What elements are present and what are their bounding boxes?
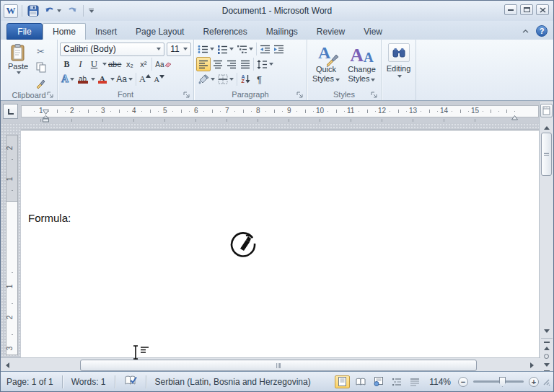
ruler-tick (265, 111, 266, 112)
ruler-bottom-tick (227, 119, 227, 122)
zoom-level[interactable]: 114% (425, 377, 455, 387)
font-size-caret (183, 48, 188, 50)
group-clipboard: Paste ✂ (1, 40, 58, 100)
quick-styles-button[interactable]: A Quick Styles (309, 41, 343, 89)
clear-formatting-button[interactable]: Aa (154, 57, 172, 71)
styles-group-label: Styles (309, 89, 379, 100)
highlight-color-button[interactable]: ab (76, 72, 89, 86)
tab-references[interactable]: References (193, 23, 256, 40)
align-center-button[interactable] (211, 57, 224, 71)
font-dialog-launcher[interactable] (183, 91, 190, 99)
decrease-indent-button[interactable] (258, 42, 272, 56)
styles-dialog-launcher[interactable] (370, 91, 378, 99)
underline-button[interactable]: U (87, 57, 101, 71)
tab-file[interactable]: File (6, 23, 43, 40)
view-fullscreen-reading-button[interactable] (353, 375, 368, 388)
scroll-up-button[interactable] (540, 122, 553, 133)
numbering-button[interactable] (216, 42, 235, 56)
bold-button[interactable]: B (60, 57, 74, 71)
ruler-bottom-tick (133, 119, 134, 122)
view-print-layout-button[interactable] (335, 375, 350, 388)
quick-styles-caret (335, 79, 340, 81)
tab-stop-selector[interactable] (3, 104, 18, 119)
line-spacing-button[interactable] (255, 57, 275, 71)
borders-button[interactable] (216, 72, 235, 86)
italic-button[interactable]: I (74, 57, 87, 71)
ruler-tick (468, 111, 469, 112)
tab-page-layout[interactable]: Page Layout (126, 23, 193, 40)
bullets-button[interactable] (196, 42, 216, 56)
tab-insert[interactable]: Insert (86, 23, 126, 40)
paste-button[interactable]: Paste (2, 41, 34, 90)
close-button[interactable] (536, 4, 549, 15)
page-indicator[interactable]: Page: 1 of 1 (1, 377, 56, 387)
vertical-scroll-thumb[interactable] (541, 133, 552, 176)
sort-button[interactable]: A Z (239, 72, 252, 86)
select-browse-object-button[interactable] (540, 351, 553, 362)
undo-button[interactable] (43, 4, 63, 18)
minimize-ribbon-icon[interactable] (522, 30, 529, 33)
format-painter-icon (35, 78, 46, 89)
strikethrough-button[interactable]: abe (107, 57, 123, 71)
view-outline-button[interactable] (389, 375, 404, 388)
zoom-slider-track[interactable] (473, 380, 524, 383)
tab-mailings[interactable]: Mailings (257, 23, 307, 40)
align-left-button[interactable] (196, 57, 211, 71)
minimize-button[interactable] (504, 4, 517, 15)
change-styles-button[interactable]: A A Change Styles (345, 41, 379, 89)
customize-qat-button[interactable] (87, 4, 95, 18)
increase-indent-button[interactable] (272, 42, 286, 56)
editing-button[interactable]: Editing (383, 41, 414, 100)
format-painter-button[interactable] (34, 76, 48, 90)
font-size-combo[interactable]: 11 (167, 43, 191, 56)
zoom-slider-thumb[interactable] (499, 377, 506, 387)
first-line-indent-marker[interactable] (43, 110, 49, 115)
word-logo-icon[interactable]: W (4, 4, 18, 18)
scroll-down-button[interactable] (540, 326, 553, 337)
view-draft-button[interactable] (407, 375, 422, 388)
copy-button[interactable] (34, 60, 48, 74)
zoom-out-button[interactable]: − (458, 377, 468, 387)
scroll-left-button[interactable] (1, 360, 14, 371)
ruler-bottom-tick (40, 119, 41, 122)
previous-page-button[interactable] (540, 340, 553, 351)
font-color-button[interactable]: A (95, 72, 109, 86)
horizontal-ruler[interactable]: 123456789101112131415 (21, 105, 539, 117)
show-hide-pilcrow-button[interactable]: ¶ (252, 72, 266, 86)
tab-home[interactable]: Home (43, 23, 86, 40)
zoom-in-button[interactable]: + (529, 377, 539, 387)
language-indicator[interactable]: Serbian (Latin, Bosnia and Herzegovina) (152, 377, 314, 387)
vertical-ruler[interactable]: 21 1234 (6, 135, 18, 355)
redo-button[interactable] (65, 4, 79, 18)
separator (151, 58, 152, 71)
tab-view[interactable]: View (354, 23, 392, 40)
align-right-button[interactable] (224, 57, 238, 71)
superscript-button[interactable]: x² (136, 57, 150, 71)
change-case-button[interactable]: Aa (115, 72, 134, 86)
word-count[interactable]: Words: 1 (69, 377, 109, 387)
ruler-bottom-tick (382, 119, 382, 122)
text-effects-button[interactable]: A (60, 72, 76, 86)
cut-button[interactable]: ✂ (34, 44, 48, 58)
proofing-status[interactable] (121, 375, 140, 388)
font-size-value: 11 (170, 44, 179, 54)
grow-font-button[interactable]: A (138, 72, 152, 86)
subscript-button[interactable]: x₂ (123, 57, 136, 71)
clipboard-dialog-launcher[interactable] (46, 91, 54, 99)
tab-review[interactable]: Review (307, 23, 354, 40)
pen-circle-overlay-icon (229, 229, 258, 258)
paragraph-dialog-launcher[interactable] (296, 91, 304, 99)
maximize-button[interactable] (520, 4, 533, 15)
help-button[interactable]: ? (536, 25, 548, 37)
save-button[interactable] (26, 4, 40, 18)
shading-button[interactable] (196, 72, 216, 86)
view-ruler-toggle-button[interactable] (540, 104, 553, 117)
font-name-combo[interactable]: Calibri (Body) (60, 43, 164, 56)
view-web-layout-button[interactable] (371, 375, 386, 388)
shrink-font-button[interactable]: A (152, 72, 166, 86)
multilevel-list-button[interactable] (235, 42, 255, 56)
justify-button[interactable] (238, 57, 252, 71)
document-page[interactable]: Formula: (21, 130, 540, 357)
resize-grip[interactable] (542, 378, 550, 386)
scroll-right-button[interactable] (526, 360, 539, 371)
